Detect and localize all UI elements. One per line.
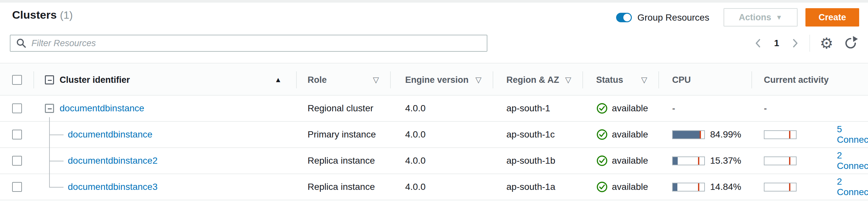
gear-icon: ⚙: [820, 36, 833, 51]
column-label-current-activity: Current activity: [764, 75, 829, 85]
search-icon: [16, 38, 27, 49]
group-resources-toggle[interactable]: [616, 13, 632, 22]
connections-link[interactable]: 2 Connections: [837, 176, 868, 197]
actions-button[interactable]: Actions ▼: [723, 8, 798, 27]
cell-activity: 5 Connections: [751, 122, 868, 147]
clusters-page: Clusters(1) Group Resources Actions ▼ Cr…: [0, 0, 868, 201]
status-text: available: [612, 156, 648, 166]
column-label-role: Role: [308, 75, 327, 85]
cell-role: Replica instance: [296, 148, 390, 173]
cell-checkbox: [0, 148, 33, 173]
top-divider: [0, 0, 868, 3]
next-page-button[interactable]: [791, 38, 800, 48]
cell-identifier: documentdbinstance: [33, 96, 296, 121]
header-cell-current-activity: Current activity: [751, 64, 868, 96]
pagination: 1 ⚙: [754, 35, 858, 52]
header-cell-cpu: CPU: [658, 64, 751, 96]
status-text: available: [612, 129, 648, 140]
sort-ascending-icon[interactable]: ▲: [275, 76, 282, 84]
instance-link[interactable]: documentdbinstance3: [68, 182, 158, 192]
connections-link[interactable]: 5 Connections: [837, 124, 868, 145]
cpu-meter-fill: [673, 131, 700, 138]
filter-status-icon[interactable]: ▽: [641, 75, 647, 85]
filter-engine-icon[interactable]: ▽: [475, 75, 482, 85]
select-all-checkbox[interactable]: [12, 75, 22, 85]
row-checkbox[interactable]: [12, 182, 22, 192]
cell-activity: -: [751, 96, 868, 121]
status-text: available: [612, 103, 648, 113]
cell-status: available: [582, 96, 658, 121]
refresh-icon: [843, 36, 858, 51]
cell-activity: 2 Connections: [751, 148, 868, 173]
page-title: Clusters(1): [12, 8, 73, 21]
header-cell-cluster-identifier[interactable]: Cluster identifier ▲: [33, 64, 296, 96]
tree-line: [49, 174, 50, 187]
cpu-meter-fill: [673, 183, 677, 191]
connections-link[interactable]: 2 Connections: [837, 150, 868, 171]
status-available-icon: [596, 102, 608, 114]
cpu-threshold-marker: [698, 183, 699, 191]
refresh-button[interactable]: [843, 36, 858, 51]
instance-link[interactable]: documentdbinstance2: [68, 156, 158, 166]
activity-threshold-marker: [789, 183, 790, 191]
cell-cpu: 14.84%: [658, 174, 751, 200]
filter-box: [10, 35, 487, 52]
resource-count: (1): [60, 9, 73, 21]
instance-link[interactable]: documentdbinstance: [68, 129, 152, 140]
toggle-knob-icon: [623, 14, 631, 21]
cell-identifier: documentdbinstance2: [33, 148, 296, 173]
activity-empty-value: -: [764, 103, 767, 113]
cluster-link[interactable]: documentdbinstance: [60, 103, 144, 113]
column-label-cpu: CPU: [672, 75, 691, 85]
cpu-meter: [672, 130, 705, 139]
header-cell-checkbox: [0, 64, 33, 96]
column-label-status: Status: [596, 75, 623, 85]
cell-region: ap-south-1: [493, 96, 582, 121]
filter-role-icon[interactable]: ▽: [373, 75, 379, 85]
table-row-instance: documentdbinstance3 Replica instance 4.0…: [0, 174, 868, 200]
tree-branch: [49, 135, 64, 135]
cell-role: Primary instance: [296, 122, 390, 147]
cell-identifier: documentdbinstance: [33, 122, 296, 147]
cell-identifier: documentdbinstance3: [33, 174, 296, 200]
row-checkbox[interactable]: [12, 103, 22, 113]
column-label-engine-version: Engine version: [405, 75, 469, 85]
filter-input[interactable]: [31, 38, 482, 48]
group-resources-label: Group Resources: [638, 12, 709, 23]
create-button-label: Create: [818, 12, 846, 23]
cell-checkbox: [0, 96, 33, 121]
cell-status: available: [582, 122, 658, 147]
header-cell-status[interactable]: Status ▽: [582, 64, 658, 96]
status-available-icon: [596, 129, 608, 140]
status-text: available: [612, 182, 648, 192]
cell-cpu: -: [658, 96, 751, 121]
filter-region-icon[interactable]: ▽: [565, 75, 571, 85]
cpu-threshold-marker: [700, 131, 701, 138]
cell-status: available: [582, 174, 658, 200]
header-cell-engine-version[interactable]: Engine version ▽: [390, 64, 493, 96]
collapse-row-icon[interactable]: [45, 104, 54, 113]
current-page-number: 1: [772, 38, 781, 48]
actions-button-label: Actions: [739, 12, 771, 23]
table-body: documentdbinstance Regional cluster 4.0.…: [0, 96, 868, 200]
cpu-meter: [672, 183, 705, 192]
cell-region: ap-south-1b: [493, 148, 582, 173]
column-label-cluster-identifier: Cluster identifier: [60, 75, 130, 85]
activity-meter: [764, 157, 797, 165]
status-available-icon: [596, 181, 608, 193]
previous-page-button[interactable]: [754, 38, 762, 48]
settings-button[interactable]: ⚙: [820, 36, 833, 51]
cell-engine: 4.0.0: [390, 148, 493, 173]
collapse-all-icon[interactable]: [45, 75, 54, 85]
header-cell-region-az[interactable]: Region & AZ ▽: [493, 64, 582, 96]
create-button[interactable]: Create: [805, 8, 859, 27]
table-row-instance: documentdbinstance2 Replica instance 4.0…: [0, 148, 868, 174]
cell-checkbox: [0, 122, 33, 147]
chevron-left-icon: [754, 38, 762, 48]
row-checkbox[interactable]: [12, 156, 22, 166]
row-checkbox[interactable]: [12, 130, 22, 139]
cell-cpu: 15.37%: [658, 148, 751, 173]
header-cell-role[interactable]: Role ▽: [296, 64, 390, 96]
table-header: Cluster identifier ▲ Role ▽ Engine versi…: [0, 63, 868, 96]
cpu-value: 14.84%: [710, 182, 741, 192]
